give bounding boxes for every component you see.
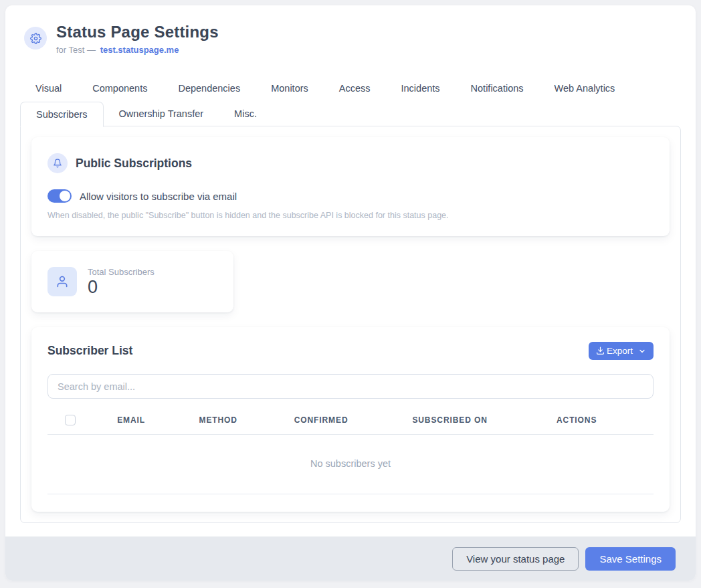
save-settings-button[interactable]: Save Settings	[585, 547, 676, 571]
tabs-row-1: Visual Components Dependencies Monitors …	[20, 78, 681, 99]
subscribers-tab-panel: Public Subscriptions Allow visitors to s…	[20, 126, 681, 523]
total-subscribers-card: Total Subscribers 0	[31, 251, 233, 312]
subscriber-table-header: Email Method Confirmed Subscribed On Act…	[47, 415, 654, 435]
public-subscriptions-header: Public Subscriptions	[47, 153, 654, 173]
tab-visual[interactable]: Visual	[20, 78, 77, 99]
gear-icon	[24, 27, 47, 50]
page-title: Status Page Settings	[56, 23, 219, 41]
download-icon	[596, 347, 605, 355]
column-header-subscribed-on: Subscribed On	[412, 415, 557, 425]
subscriber-list-title: Subscriber List	[47, 344, 132, 358]
column-header-email: Email	[117, 415, 199, 425]
tabs-row-2: Subscribers Ownership Transfer Misc.	[20, 102, 681, 126]
search-input[interactable]	[47, 374, 654, 399]
settings-footer: View your status page Save Settings	[5, 536, 696, 581]
status-page-link[interactable]: test.statuspage.me	[100, 45, 179, 55]
tab-misc[interactable]: Misc.	[219, 102, 272, 126]
tab-access[interactable]: Access	[324, 78, 386, 99]
subscribe-toggle-row: Allow visitors to subscribe via email	[47, 189, 654, 203]
chevron-down-icon	[638, 347, 646, 355]
toggle-knob	[60, 191, 70, 201]
tab-dependencies[interactable]: Dependencies	[163, 78, 256, 99]
empty-state-text: No subscribers yet	[47, 435, 654, 494]
stat-text: Total Subscribers 0	[88, 267, 155, 296]
tab-ownership-transfer[interactable]: Ownership Transfer	[104, 102, 219, 126]
public-subscriptions-card: Public Subscriptions Allow visitors to s…	[31, 137, 670, 236]
total-subscribers-label: Total Subscribers	[88, 267, 155, 277]
card-body: Status Page Settings for Test — test.sta…	[5, 5, 696, 536]
page-subtitle: for Test — test.statuspage.me	[56, 45, 219, 55]
subscriber-list-header: Subscriber List Export	[47, 342, 654, 360]
export-button[interactable]: Export	[589, 342, 654, 360]
column-header-actions: Actions	[557, 415, 654, 425]
subscriber-list-card: Subscriber List Export Email	[31, 327, 670, 512]
tab-components[interactable]: Components	[77, 78, 163, 99]
tab-notifications[interactable]: Notifications	[456, 78, 539, 99]
tab-incidents[interactable]: Incidents	[386, 78, 456, 99]
column-header-method: Method	[199, 415, 294, 425]
public-subscriptions-title: Public Subscriptions	[76, 157, 192, 171]
subscribe-helper-text: When disabled, the public "Subscribe" bu…	[47, 211, 654, 220]
column-header-confirmed: Confirmed	[294, 415, 413, 425]
header-text: Status Page Settings for Test — test.sta…	[56, 23, 219, 55]
page-header: Status Page Settings for Test — test.sta…	[20, 23, 681, 55]
select-all-checkbox[interactable]	[65, 415, 76, 425]
total-subscribers-value: 0	[88, 278, 155, 296]
export-button-label: Export	[607, 346, 633, 356]
tab-monitors[interactable]: Monitors	[256, 78, 324, 99]
tab-web-analytics[interactable]: Web Analytics	[539, 78, 631, 99]
allow-subscribe-toggle[interactable]	[47, 189, 72, 203]
status-page-settings-card: Status Page Settings for Test — test.sta…	[5, 5, 696, 581]
bell-icon	[47, 153, 68, 173]
toggle-label: Allow visitors to subscribe via email	[80, 191, 237, 202]
user-icon	[47, 267, 77, 296]
view-status-page-button[interactable]: View your status page	[452, 547, 579, 571]
subtitle-prefix: for Test —	[56, 45, 96, 55]
tab-subscribers[interactable]: Subscribers	[20, 102, 104, 127]
